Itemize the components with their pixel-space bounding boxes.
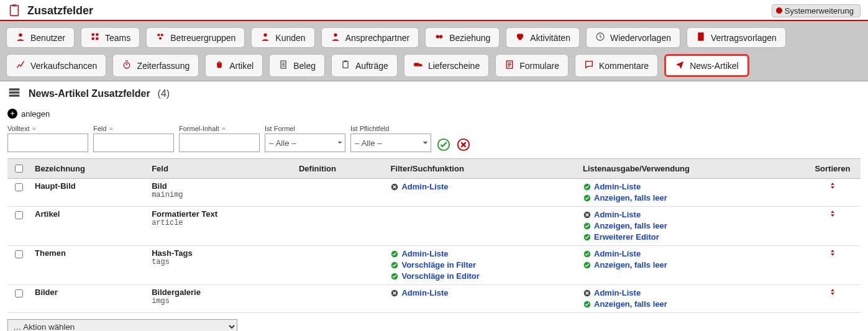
tab-ansprechpartner[interactable]: Ansprechpartner <box>321 27 419 48</box>
filter-pflicht-select[interactable]: – Alle – <box>350 134 431 152</box>
filter-formel-label: Formel-Inhalt <box>179 125 219 132</box>
tab-wiedervorlagen[interactable]: Wiedervorlagen <box>586 27 680 48</box>
tab-kunden[interactable]: Kunden <box>251 27 314 48</box>
create-label: anlegen <box>21 109 50 119</box>
svg-rect-4 <box>96 34 98 36</box>
section-title: News-Artikel Zusatzfelder <box>29 88 150 99</box>
svg-rect-24 <box>9 91 20 93</box>
tab-vertragsvorlagen[interactable]: Vertragsvorlagen <box>687 27 786 48</box>
tab-news-artikel[interactable]: News-Artikel <box>664 54 749 77</box>
receipt-icon <box>278 60 288 71</box>
status-tag[interactable]: Admin-Liste <box>583 209 800 220</box>
svg-rect-3 <box>92 34 94 36</box>
section-title-row: News-Artikel Zusatzfelder (4) <box>0 81 868 106</box>
filter-feld-input[interactable] <box>93 134 174 152</box>
filter-formel-input[interactable] <box>179 134 260 152</box>
status-tag[interactable]: Anzeigen, falls leer <box>583 193 800 204</box>
cell-bezeichnung: Haupt-Bild <box>35 181 76 191</box>
tab-label: Beleg <box>293 61 316 71</box>
tab-verkaufschancen[interactable]: Verkaufschancen <box>6 54 106 77</box>
svg-rect-23 <box>9 88 20 90</box>
status-tag[interactable]: Anzeigen, falls leer <box>583 299 800 310</box>
bulk-action-select[interactable]: … Aktion wählen <box>7 319 237 331</box>
svg-rect-20 <box>344 60 347 62</box>
tab-label: Kommentare <box>599 61 649 71</box>
tab-beziehung[interactable]: Beziehung <box>425 27 500 48</box>
status-tag[interactable]: Erweiterer Editor <box>583 232 800 243</box>
system-extension-badge[interactable]: Systemerweiterung <box>772 4 861 17</box>
group-icon <box>155 32 165 43</box>
sort-handle[interactable] <box>828 183 837 192</box>
status-tag[interactable]: Vorschläge in Editor <box>390 271 573 282</box>
col-feld[interactable]: Feld <box>147 159 294 179</box>
status-tag[interactable]: Anzeigen, falls leer <box>583 260 800 271</box>
tab-label: Teams <box>105 33 130 43</box>
tab-label: Zeiterfassung <box>137 61 190 71</box>
status-tag[interactable]: Admin-Liste <box>390 288 573 299</box>
table-row: Artikel Formatierter Text article Admin-… <box>7 207 861 246</box>
tab-label: Lieferscheine <box>428 61 480 71</box>
sort-handle[interactable] <box>828 250 837 259</box>
status-tag[interactable]: Admin-Liste <box>583 181 800 193</box>
col-sortieren[interactable]: Sortieren <box>805 159 861 179</box>
select-all-checkbox[interactable] <box>15 165 23 173</box>
cell-listen: Admin-ListeAnzeigen, falls leer <box>578 179 805 207</box>
tab-label: Verkaufschancen <box>30 61 97 71</box>
filter-volltext-input[interactable] <box>7 134 88 152</box>
row-checkbox[interactable] <box>15 289 23 297</box>
sort-handle[interactable] <box>828 211 837 220</box>
tab-bar: BenutzerTeamsBetreuergruppenKundenAnspre… <box>0 21 868 81</box>
clear-filter-button[interactable] <box>456 137 471 152</box>
status-tag[interactable]: Vorschläge in Filter <box>390 260 573 271</box>
tab-benutzer[interactable]: Benutzer <box>6 27 75 48</box>
apply-filter-button[interactable] <box>436 137 451 152</box>
tab-teams[interactable]: Teams <box>81 27 140 48</box>
tab-artikel[interactable]: Artikel <box>205 54 263 77</box>
tab-label: News-Artikel <box>690 61 739 71</box>
cell-feld-code: article <box>152 219 289 227</box>
table-row: Themen Hash-Tags tags Admin-ListeVorschl… <box>7 246 861 285</box>
tab-lieferscheine[interactable]: Lieferscheine <box>404 54 489 77</box>
svg-rect-21 <box>414 63 419 66</box>
doc-icon <box>696 32 706 43</box>
table-row: Bilder Bildergalerie imgs Admin-Liste Ad… <box>7 285 861 313</box>
tab-label: Ansprechpartner <box>345 33 410 43</box>
filter-istformel-label: Ist Formel <box>265 125 345 132</box>
col-definition[interactable]: Definition <box>294 159 385 179</box>
sort-handle[interactable] <box>828 289 837 298</box>
tab-aktivitaeten[interactable]: Aktivitäten <box>506 27 580 48</box>
svg-point-7 <box>158 34 160 36</box>
status-tag[interactable]: Admin-Liste <box>583 288 800 299</box>
status-tag[interactable]: Admin-Liste <box>390 181 573 193</box>
row-checkbox[interactable] <box>15 250 23 258</box>
tab-label: Formulare <box>519 61 559 71</box>
svg-point-8 <box>161 34 163 36</box>
status-tag[interactable]: Admin-Liste <box>390 248 573 260</box>
tab-label: Aktivitäten <box>530 33 570 43</box>
tab-formulare[interactable]: Formulare <box>495 54 569 77</box>
tab-auftraege[interactable]: Aufträge <box>331 54 398 77</box>
status-tag[interactable]: Anzeigen, falls leer <box>583 220 800 232</box>
tab-kommentare[interactable]: Kommentare <box>575 54 658 77</box>
cell-definition <box>294 285 385 313</box>
cell-bezeichnung: Artikel <box>35 209 60 219</box>
col-listen[interactable]: Listenausgabe/Verwendung <box>578 159 805 179</box>
row-checkbox[interactable] <box>15 211 23 219</box>
tab-beleg[interactable]: Beleg <box>269 54 325 77</box>
tab-betreuergruppen[interactable]: Betreuergruppen <box>146 27 245 48</box>
tab-label: Betreuergruppen <box>170 33 235 43</box>
col-bezeichnung[interactable]: Bezeichnung <box>30 159 147 179</box>
svg-rect-19 <box>343 61 348 68</box>
filter-pflicht-label: Ist Pflichtfeld <box>350 125 431 132</box>
results-table: Bezeichnung Feld Definition Filter/Suchf… <box>7 158 861 313</box>
tab-label: Artikel <box>229 61 254 71</box>
row-checkbox[interactable] <box>15 183 23 191</box>
col-filter[interactable]: Filter/Suchfunktion <box>385 159 578 179</box>
cell-feld-name: Formatierter Text <box>152 209 289 219</box>
create-button[interactable]: + anlegen <box>7 109 50 119</box>
form-icon <box>505 60 514 71</box>
svg-point-11 <box>334 34 337 37</box>
filter-istformel-select[interactable]: – Alle – <box>265 134 345 152</box>
tab-zeiterfassung[interactable]: Zeiterfassung <box>112 54 199 77</box>
status-tag[interactable]: Admin-Liste <box>583 248 800 260</box>
